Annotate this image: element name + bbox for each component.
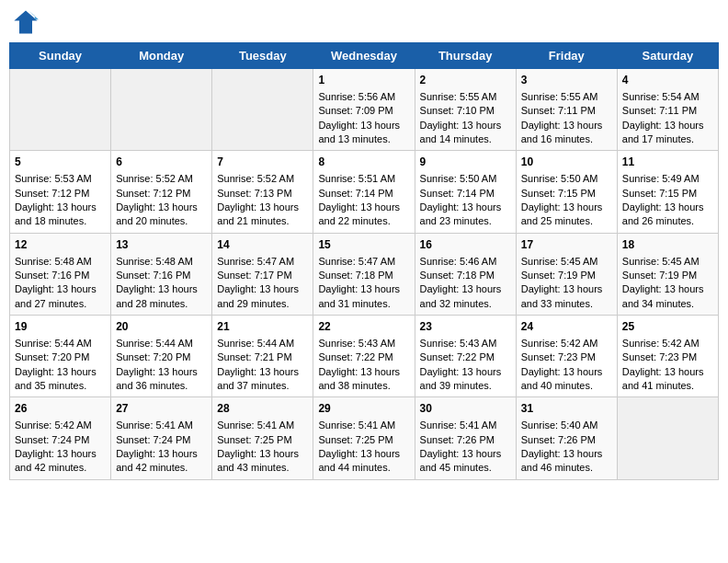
sunrise-text: Sunrise: 5:52 AM: [116, 172, 207, 186]
daylight-text: Daylight: 13 hours and 37 minutes.: [217, 365, 308, 394]
calendar-cell: 25Sunrise: 5:42 AMSunset: 7:23 PMDayligh…: [617, 316, 718, 397]
weekday-header-thursday: Thursday: [415, 43, 516, 69]
day-number: 10: [521, 155, 612, 170]
calendar-cell: 3Sunrise: 5:55 AMSunset: 7:11 PMDaylight…: [516, 69, 617, 151]
sunrise-text: Sunrise: 5:53 AM: [15, 172, 106, 186]
sunset-text: Sunset: 7:22 PM: [318, 350, 409, 364]
sunset-text: Sunset: 7:25 PM: [217, 433, 308, 447]
calendar-cell: 24Sunrise: 5:42 AMSunset: 7:23 PMDayligh…: [516, 316, 617, 397]
weekday-header-saturday: Saturday: [617, 43, 718, 69]
calendar-cell: [10, 69, 111, 151]
daylight-text: Daylight: 13 hours and 32 minutes.: [420, 282, 511, 311]
sunset-text: Sunset: 7:25 PM: [318, 433, 409, 447]
day-number: 8: [318, 155, 409, 170]
calendar-week-5: 26Sunrise: 5:42 AMSunset: 7:24 PMDayligh…: [10, 397, 719, 479]
sunset-text: Sunset: 7:20 PM: [15, 350, 106, 364]
calendar-cell: 12Sunrise: 5:48 AMSunset: 7:16 PMDayligh…: [10, 233, 111, 315]
sunrise-text: Sunrise: 5:47 AM: [318, 255, 409, 269]
day-number: 19: [15, 319, 106, 335]
daylight-text: Daylight: 13 hours and 16 minutes.: [521, 119, 612, 147]
sunrise-text: Sunrise: 5:50 AM: [420, 172, 511, 186]
day-number: 14: [217, 237, 308, 253]
sunset-text: Sunset: 7:15 PM: [622, 187, 713, 201]
daylight-text: Daylight: 13 hours and 22 minutes.: [318, 201, 409, 229]
daylight-text: Daylight: 13 hours and 46 minutes.: [521, 447, 612, 476]
calendar-cell: 16Sunrise: 5:46 AMSunset: 7:18 PMDayligh…: [415, 233, 516, 315]
day-number: 18: [622, 237, 713, 253]
calendar-cell: 8Sunrise: 5:51 AMSunset: 7:14 PMDaylight…: [313, 151, 415, 233]
sunset-text: Sunset: 7:09 PM: [318, 104, 409, 118]
calendar-cell: 9Sunrise: 5:50 AMSunset: 7:14 PMDaylight…: [415, 151, 516, 233]
calendar-cell: 19Sunrise: 5:44 AMSunset: 7:20 PMDayligh…: [10, 316, 111, 397]
day-number: 12: [15, 237, 106, 253]
calendar-cell: 14Sunrise: 5:47 AMSunset: 7:17 PMDayligh…: [212, 233, 313, 315]
day-number: 13: [116, 237, 207, 253]
day-number: 11: [622, 155, 713, 170]
sunset-text: Sunset: 7:12 PM: [15, 187, 106, 201]
sunrise-text: Sunrise: 5:46 AM: [420, 255, 511, 269]
sunrise-text: Sunrise: 5:41 AM: [116, 419, 207, 432]
calendar-cell: [111, 69, 212, 151]
calendar-cell: 13Sunrise: 5:48 AMSunset: 7:16 PMDayligh…: [111, 233, 212, 315]
day-number: 25: [622, 319, 713, 335]
sunset-text: Sunset: 7:22 PM: [420, 350, 511, 364]
daylight-text: Daylight: 13 hours and 44 minutes.: [318, 447, 409, 476]
calendar-week-4: 19Sunrise: 5:44 AMSunset: 7:20 PMDayligh…: [10, 316, 719, 397]
day-number: 3: [521, 73, 612, 88]
calendar-cell: 4Sunrise: 5:54 AMSunset: 7:11 PMDaylight…: [617, 69, 718, 151]
day-number: 7: [217, 155, 308, 170]
sunrise-text: Sunrise: 5:44 AM: [116, 337, 207, 350]
day-number: 29: [318, 401, 409, 417]
calendar-cell: 18Sunrise: 5:45 AMSunset: 7:19 PMDayligh…: [617, 233, 718, 315]
sunrise-text: Sunrise: 5:51 AM: [318, 172, 409, 186]
sunset-text: Sunset: 7:26 PM: [521, 433, 612, 447]
day-number: 15: [318, 237, 409, 253]
calendar-body: 1Sunrise: 5:56 AMSunset: 7:09 PMDaylight…: [10, 69, 719, 480]
calendar-cell: 29Sunrise: 5:41 AMSunset: 7:25 PMDayligh…: [313, 397, 415, 479]
weekday-header-sunday: Sunday: [10, 43, 111, 69]
sunrise-text: Sunrise: 5:48 AM: [15, 255, 106, 269]
sunrise-text: Sunrise: 5:55 AM: [521, 90, 612, 104]
sunrise-text: Sunrise: 5:56 AM: [318, 90, 409, 104]
sunset-text: Sunset: 7:20 PM: [116, 350, 207, 364]
day-number: 28: [217, 401, 308, 417]
calendar-cell: [617, 397, 718, 479]
daylight-text: Daylight: 13 hours and 34 minutes.: [622, 282, 713, 311]
sunset-text: Sunset: 7:23 PM: [622, 350, 713, 364]
calendar-cell: 21Sunrise: 5:44 AMSunset: 7:21 PMDayligh…: [212, 316, 313, 397]
sunset-text: Sunset: 7:16 PM: [15, 269, 106, 282]
calendar-cell: 23Sunrise: 5:43 AMSunset: 7:22 PMDayligh…: [415, 316, 516, 397]
daylight-text: Daylight: 13 hours and 29 minutes.: [217, 282, 308, 311]
sunrise-text: Sunrise: 5:45 AM: [622, 255, 713, 269]
daylight-text: Daylight: 13 hours and 20 minutes.: [116, 201, 207, 229]
daylight-text: Daylight: 13 hours and 21 minutes.: [217, 201, 308, 229]
sunrise-text: Sunrise: 5:45 AM: [521, 255, 612, 269]
sunrise-text: Sunrise: 5:42 AM: [622, 337, 713, 350]
sunset-text: Sunset: 7:19 PM: [521, 269, 612, 282]
day-number: 30: [420, 401, 511, 417]
day-number: 26: [15, 401, 106, 417]
daylight-text: Daylight: 13 hours and 17 minutes.: [622, 119, 713, 147]
sunset-text: Sunset: 7:14 PM: [318, 187, 409, 201]
weekday-header-wednesday: Wednesday: [313, 43, 415, 69]
sunset-text: Sunset: 7:23 PM: [521, 350, 612, 364]
daylight-text: Daylight: 13 hours and 42 minutes.: [116, 447, 207, 476]
daylight-text: Daylight: 13 hours and 40 minutes.: [521, 365, 612, 394]
day-number: 2: [420, 73, 511, 88]
sunrise-text: Sunrise: 5:52 AM: [217, 172, 308, 186]
calendar-cell: 1Sunrise: 5:56 AMSunset: 7:09 PMDaylight…: [313, 69, 415, 151]
daylight-text: Daylight: 13 hours and 18 minutes.: [15, 201, 106, 229]
calendar-table: SundayMondayTuesdayWednesdayThursdayFrid…: [9, 42, 719, 480]
sunrise-text: Sunrise: 5:49 AM: [622, 172, 713, 186]
daylight-text: Daylight: 13 hours and 28 minutes.: [116, 282, 207, 311]
calendar-cell: 2Sunrise: 5:55 AMSunset: 7:10 PMDaylight…: [415, 69, 516, 151]
sunset-text: Sunset: 7:16 PM: [116, 269, 207, 282]
sunrise-text: Sunrise: 5:42 AM: [521, 337, 612, 350]
daylight-text: Daylight: 13 hours and 13 minutes.: [318, 119, 409, 147]
day-number: 6: [116, 155, 207, 170]
calendar-cell: 31Sunrise: 5:40 AMSunset: 7:26 PMDayligh…: [516, 397, 617, 479]
day-number: 21: [217, 319, 308, 335]
calendar-cell: 26Sunrise: 5:42 AMSunset: 7:24 PMDayligh…: [10, 397, 111, 479]
day-number: 27: [116, 401, 207, 417]
daylight-text: Daylight: 13 hours and 39 minutes.: [420, 365, 511, 394]
